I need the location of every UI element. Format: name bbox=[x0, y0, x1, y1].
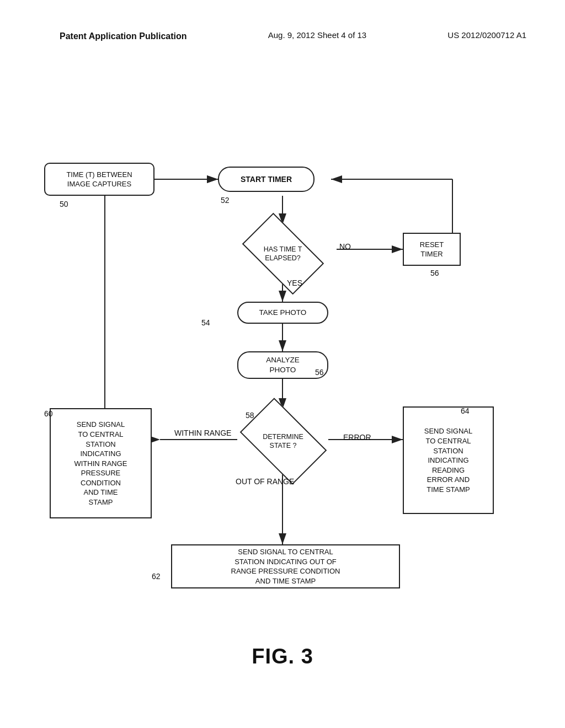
send-out-of-range-node: SEND SIGNAL TO CENTRAL STATION INDICATIN… bbox=[171, 544, 400, 588]
send-within-range-label: SEND SIGNAL TO CENTRAL STATION INDICATIN… bbox=[74, 420, 127, 507]
publication-label: Patent Application Publication bbox=[60, 30, 187, 42]
out-of-range-label: OUT OF RANGE bbox=[236, 477, 294, 486]
reset-timer-label: RESET TIMER bbox=[420, 240, 444, 259]
yes-label: YES bbox=[287, 279, 302, 287]
time-between-label: TIME (T) BETWEEN IMAGE CAPTURES bbox=[66, 170, 132, 189]
reset-timer-node: RESET TIMER bbox=[403, 233, 461, 266]
ref-54-label: 54 bbox=[201, 318, 210, 327]
analyze-photo-label: ANALYZE PHOTO bbox=[266, 355, 300, 375]
has-time-elapsed-node: HAS TIME T ELAPSED? bbox=[232, 222, 334, 285]
flowchart: TIME (T) BETWEEN IMAGE CAPTURES 50 START… bbox=[0, 53, 565, 688]
page: Patent Application Publication Aug. 9, 2… bbox=[0, 0, 565, 728]
ref-58-label: 58 bbox=[246, 411, 254, 420]
ref-56b-label: 56 bbox=[315, 368, 324, 377]
sheet-info: Aug. 9, 2012 Sheet 4 of 13 bbox=[268, 30, 366, 40]
within-range-label: WITHIN RANGE bbox=[174, 429, 231, 437]
ref-60-label: 60 bbox=[44, 409, 53, 418]
figure-caption: FIG. 3 bbox=[252, 645, 313, 668]
send-out-of-range-label: SEND SIGNAL TO CENTRAL STATION INDICATIN… bbox=[231, 547, 340, 586]
error-label: ERROR bbox=[343, 433, 371, 442]
start-timer-label: START TIMER bbox=[241, 174, 292, 185]
no-label: NO bbox=[339, 242, 351, 251]
ref-64-label: 64 bbox=[461, 406, 470, 415]
take-photo-node: TAKE PHOTO bbox=[237, 302, 328, 324]
send-within-range-node: SEND SIGNAL TO CENTRAL STATION INDICATIN… bbox=[50, 408, 152, 518]
header: Patent Application Publication Aug. 9, 2… bbox=[0, 0, 565, 53]
take-photo-label: TAKE PHOTO bbox=[259, 308, 307, 318]
ref-56a-label: 56 bbox=[430, 269, 439, 277]
determine-state-label: DETERMINE STATE ? bbox=[263, 432, 303, 451]
patent-number: US 2012/0200712 A1 bbox=[447, 30, 526, 40]
time-between-node: TIME (T) BETWEEN IMAGE CAPTURES bbox=[44, 163, 154, 196]
ref-52-label: 52 bbox=[221, 196, 230, 205]
start-timer-node: START TIMER bbox=[218, 167, 315, 192]
ref-50-label: 50 bbox=[60, 200, 68, 208]
send-error-label: SEND SIGNAL TO CENTRAL STATION INDICATIN… bbox=[424, 426, 472, 494]
ref-62-label: 62 bbox=[152, 572, 161, 581]
has-time-elapsed-label: HAS TIME T ELAPSED? bbox=[264, 245, 302, 263]
send-error-node: SEND SIGNAL TO CENTRAL STATION INDICATIN… bbox=[403, 406, 494, 514]
